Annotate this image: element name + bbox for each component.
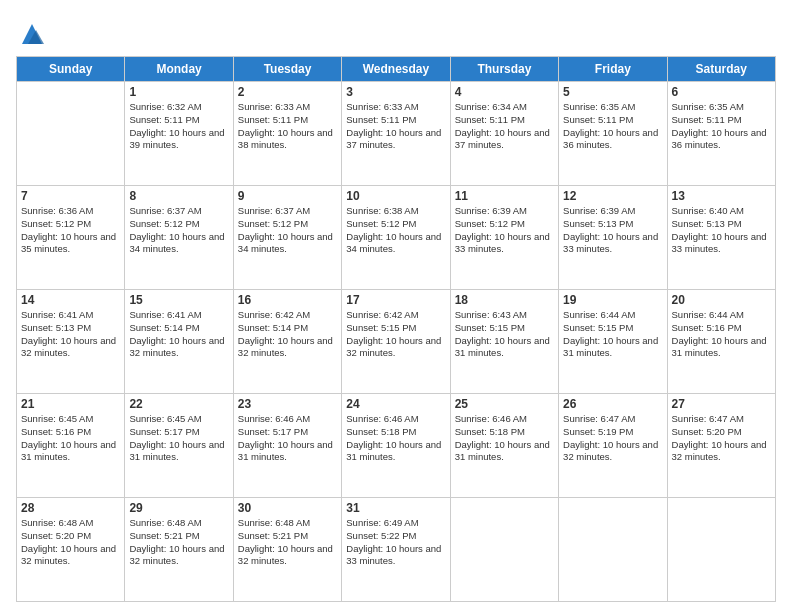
day-info: Sunrise: 6:37 AM Sunset: 5:12 PM Dayligh…: [238, 205, 337, 256]
day-number: 8: [129, 189, 228, 203]
calendar-cell: 29Sunrise: 6:48 AM Sunset: 5:21 PM Dayli…: [125, 498, 233, 602]
day-number: 19: [563, 293, 662, 307]
day-info: Sunrise: 6:37 AM Sunset: 5:12 PM Dayligh…: [129, 205, 228, 256]
calendar-cell: 14Sunrise: 6:41 AM Sunset: 5:13 PM Dayli…: [17, 290, 125, 394]
calendar-page: SundayMondayTuesdayWednesdayThursdayFrid…: [0, 0, 792, 612]
day-info: Sunrise: 6:33 AM Sunset: 5:11 PM Dayligh…: [238, 101, 337, 152]
day-number: 16: [238, 293, 337, 307]
calendar-table: SundayMondayTuesdayWednesdayThursdayFrid…: [16, 56, 776, 602]
calendar-body: 1Sunrise: 6:32 AM Sunset: 5:11 PM Daylig…: [17, 82, 776, 602]
calendar-cell: 13Sunrise: 6:40 AM Sunset: 5:13 PM Dayli…: [667, 186, 775, 290]
calendar-cell: 2Sunrise: 6:33 AM Sunset: 5:11 PM Daylig…: [233, 82, 341, 186]
day-info: Sunrise: 6:38 AM Sunset: 5:12 PM Dayligh…: [346, 205, 445, 256]
weekday-header-wednesday: Wednesday: [342, 57, 450, 82]
calendar-cell: 25Sunrise: 6:46 AM Sunset: 5:18 PM Dayli…: [450, 394, 558, 498]
calendar-cell: 21Sunrise: 6:45 AM Sunset: 5:16 PM Dayli…: [17, 394, 125, 498]
day-number: 11: [455, 189, 554, 203]
calendar-cell: 31Sunrise: 6:49 AM Sunset: 5:22 PM Dayli…: [342, 498, 450, 602]
day-info: Sunrise: 6:49 AM Sunset: 5:22 PM Dayligh…: [346, 517, 445, 568]
day-number: 24: [346, 397, 445, 411]
day-number: 1: [129, 85, 228, 99]
day-info: Sunrise: 6:34 AM Sunset: 5:11 PM Dayligh…: [455, 101, 554, 152]
calendar-cell: [17, 82, 125, 186]
day-number: 28: [21, 501, 120, 515]
day-number: 21: [21, 397, 120, 411]
calendar-cell: 23Sunrise: 6:46 AM Sunset: 5:17 PM Dayli…: [233, 394, 341, 498]
logo-icon: [18, 20, 46, 48]
day-info: Sunrise: 6:47 AM Sunset: 5:20 PM Dayligh…: [672, 413, 771, 464]
day-info: Sunrise: 6:39 AM Sunset: 5:12 PM Dayligh…: [455, 205, 554, 256]
day-info: Sunrise: 6:45 AM Sunset: 5:17 PM Dayligh…: [129, 413, 228, 464]
calendar-week-4: 21Sunrise: 6:45 AM Sunset: 5:16 PM Dayli…: [17, 394, 776, 498]
calendar-cell: 7Sunrise: 6:36 AM Sunset: 5:12 PM Daylig…: [17, 186, 125, 290]
day-info: Sunrise: 6:39 AM Sunset: 5:13 PM Dayligh…: [563, 205, 662, 256]
weekday-header-sunday: Sunday: [17, 57, 125, 82]
day-number: 2: [238, 85, 337, 99]
calendar-cell: [559, 498, 667, 602]
day-number: 31: [346, 501, 445, 515]
calendar-cell: 27Sunrise: 6:47 AM Sunset: 5:20 PM Dayli…: [667, 394, 775, 498]
day-number: 23: [238, 397, 337, 411]
day-info: Sunrise: 6:44 AM Sunset: 5:15 PM Dayligh…: [563, 309, 662, 360]
day-info: Sunrise: 6:48 AM Sunset: 5:21 PM Dayligh…: [238, 517, 337, 568]
day-number: 15: [129, 293, 228, 307]
calendar-cell: 15Sunrise: 6:41 AM Sunset: 5:14 PM Dayli…: [125, 290, 233, 394]
day-number: 14: [21, 293, 120, 307]
calendar-cell: 11Sunrise: 6:39 AM Sunset: 5:12 PM Dayli…: [450, 186, 558, 290]
day-number: 13: [672, 189, 771, 203]
day-number: 3: [346, 85, 445, 99]
calendar-cell: 26Sunrise: 6:47 AM Sunset: 5:19 PM Dayli…: [559, 394, 667, 498]
day-info: Sunrise: 6:44 AM Sunset: 5:16 PM Dayligh…: [672, 309, 771, 360]
day-info: Sunrise: 6:35 AM Sunset: 5:11 PM Dayligh…: [672, 101, 771, 152]
day-info: Sunrise: 6:36 AM Sunset: 5:12 PM Dayligh…: [21, 205, 120, 256]
day-info: Sunrise: 6:43 AM Sunset: 5:15 PM Dayligh…: [455, 309, 554, 360]
calendar-cell: 30Sunrise: 6:48 AM Sunset: 5:21 PM Dayli…: [233, 498, 341, 602]
day-info: Sunrise: 6:33 AM Sunset: 5:11 PM Dayligh…: [346, 101, 445, 152]
day-number: 26: [563, 397, 662, 411]
calendar-cell: 18Sunrise: 6:43 AM Sunset: 5:15 PM Dayli…: [450, 290, 558, 394]
calendar-cell: 20Sunrise: 6:44 AM Sunset: 5:16 PM Dayli…: [667, 290, 775, 394]
day-number: 7: [21, 189, 120, 203]
calendar-cell: 5Sunrise: 6:35 AM Sunset: 5:11 PM Daylig…: [559, 82, 667, 186]
day-info: Sunrise: 6:48 AM Sunset: 5:21 PM Dayligh…: [129, 517, 228, 568]
day-info: Sunrise: 6:45 AM Sunset: 5:16 PM Dayligh…: [21, 413, 120, 464]
day-number: 6: [672, 85, 771, 99]
calendar-cell: 6Sunrise: 6:35 AM Sunset: 5:11 PM Daylig…: [667, 82, 775, 186]
day-info: Sunrise: 6:42 AM Sunset: 5:15 PM Dayligh…: [346, 309, 445, 360]
day-number: 25: [455, 397, 554, 411]
day-number: 18: [455, 293, 554, 307]
day-number: 29: [129, 501, 228, 515]
day-info: Sunrise: 6:41 AM Sunset: 5:14 PM Dayligh…: [129, 309, 228, 360]
day-number: 27: [672, 397, 771, 411]
calendar-cell: 24Sunrise: 6:46 AM Sunset: 5:18 PM Dayli…: [342, 394, 450, 498]
calendar-week-3: 14Sunrise: 6:41 AM Sunset: 5:13 PM Dayli…: [17, 290, 776, 394]
day-info: Sunrise: 6:35 AM Sunset: 5:11 PM Dayligh…: [563, 101, 662, 152]
day-info: Sunrise: 6:42 AM Sunset: 5:14 PM Dayligh…: [238, 309, 337, 360]
calendar-week-5: 28Sunrise: 6:48 AM Sunset: 5:20 PM Dayli…: [17, 498, 776, 602]
day-number: 12: [563, 189, 662, 203]
day-number: 10: [346, 189, 445, 203]
day-number: 9: [238, 189, 337, 203]
day-info: Sunrise: 6:47 AM Sunset: 5:19 PM Dayligh…: [563, 413, 662, 464]
day-number: 22: [129, 397, 228, 411]
calendar-cell: 22Sunrise: 6:45 AM Sunset: 5:17 PM Dayli…: [125, 394, 233, 498]
day-number: 5: [563, 85, 662, 99]
day-info: Sunrise: 6:48 AM Sunset: 5:20 PM Dayligh…: [21, 517, 120, 568]
weekday-header-thursday: Thursday: [450, 57, 558, 82]
calendar-cell: [450, 498, 558, 602]
calendar-cell: 12Sunrise: 6:39 AM Sunset: 5:13 PM Dayli…: [559, 186, 667, 290]
day-number: 4: [455, 85, 554, 99]
weekday-header-monday: Monday: [125, 57, 233, 82]
calendar-week-2: 7Sunrise: 6:36 AM Sunset: 5:12 PM Daylig…: [17, 186, 776, 290]
day-number: 20: [672, 293, 771, 307]
day-number: 30: [238, 501, 337, 515]
day-info: Sunrise: 6:46 AM Sunset: 5:18 PM Dayligh…: [346, 413, 445, 464]
calendar-cell: 28Sunrise: 6:48 AM Sunset: 5:20 PM Dayli…: [17, 498, 125, 602]
page-header: [16, 16, 776, 48]
calendar-cell: 1Sunrise: 6:32 AM Sunset: 5:11 PM Daylig…: [125, 82, 233, 186]
day-info: Sunrise: 6:41 AM Sunset: 5:13 PM Dayligh…: [21, 309, 120, 360]
calendar-cell: 19Sunrise: 6:44 AM Sunset: 5:15 PM Dayli…: [559, 290, 667, 394]
calendar-cell: 3Sunrise: 6:33 AM Sunset: 5:11 PM Daylig…: [342, 82, 450, 186]
calendar-cell: [667, 498, 775, 602]
calendar-week-1: 1Sunrise: 6:32 AM Sunset: 5:11 PM Daylig…: [17, 82, 776, 186]
